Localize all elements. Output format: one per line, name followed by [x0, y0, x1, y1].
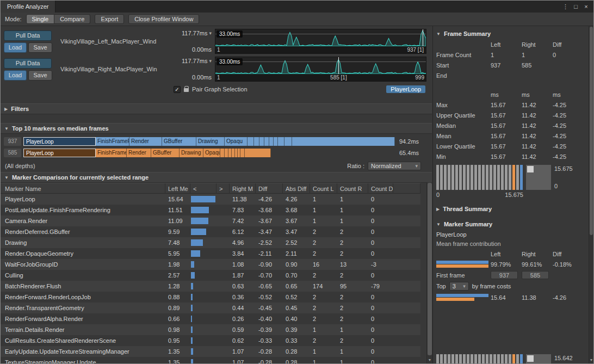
histogram-bar[interactable] [482, 354, 485, 363]
histogram-bar[interactable] [501, 165, 504, 190]
histogram-bar[interactable] [520, 354, 523, 363]
top10-section-header[interactable]: ▼ Top 10 markers on median frames [1, 123, 432, 134]
col-diff[interactable]: Diff [553, 41, 585, 48]
histogram-bar[interactable] [505, 354, 508, 363]
marker-segment[interactable]: Render [127, 149, 151, 157]
selected-marker-chip[interactable]: PlayerLoop [386, 85, 425, 93]
histogram-bar[interactable] [490, 165, 492, 190]
tab-profile-analyzer[interactable]: Profile Analyzer [1, 1, 55, 13]
table-row[interactable]: PlayerLoop15.6411.38-4.264.26110 [1, 194, 420, 205]
column-header[interactable]: Count D [368, 183, 393, 194]
histogram-bar[interactable] [436, 165, 439, 190]
histogram-bar[interactable] [478, 165, 481, 190]
histogram-bar[interactable] [451, 354, 454, 363]
table-scrollbar[interactable]: ▼ [426, 182, 432, 363]
load-button[interactable]: Load [4, 42, 27, 53]
marker-segment[interactable] [274, 137, 278, 146]
scroll-down-icon[interactable]: ▼ [427, 357, 432, 363]
histogram-bar[interactable] [448, 165, 450, 190]
histogram-bar[interactable] [474, 165, 477, 190]
histogram-bar[interactable] [486, 354, 488, 363]
histogram-bar[interactable] [501, 354, 504, 363]
table-row[interactable]: RenderForward.RenderLoopJob0.880.36-0.52… [1, 292, 420, 303]
column-header[interactable]: > [216, 183, 230, 194]
histogram-bar[interactable] [490, 354, 492, 363]
histogram-bar[interactable] [482, 165, 485, 190]
histogram-bar[interactable] [471, 354, 473, 363]
table-row[interactable]: Render.OpaqueGeometry5.953.84-2.112.1122… [1, 248, 420, 259]
histogram-bar[interactable] [497, 354, 500, 363]
column-header[interactable]: Diff [256, 183, 283, 194]
frame-index-button[interactable]: 937 [4, 137, 21, 146]
save-button[interactable]: Save [28, 70, 52, 81]
histogram-bar[interactable] [463, 165, 466, 190]
histogram-bar[interactable] [444, 354, 447, 363]
frame-index-button[interactable]: 585 [4, 149, 21, 157]
column-header[interactable]: Count R [337, 183, 368, 194]
marker-segment[interactable]: GBuffer [151, 149, 180, 157]
close-profiler-button[interactable]: Close Profiler Window [128, 14, 199, 24]
thread-summary-header[interactable]: ▶ Thread Summary [436, 203, 585, 214]
close-icon[interactable]: × [581, 3, 591, 10]
table-row[interactable]: RenderDeferred.GBuffer9.596.12-3.473.472… [1, 226, 420, 237]
menu-icon[interactable]: ⋮ [560, 3, 571, 10]
lock-icon[interactable] [184, 88, 189, 92]
mode-compare-button[interactable]: Compare [54, 14, 90, 24]
histogram-bar[interactable] [474, 354, 477, 363]
marker-segment[interactable]: PlayerLoop [23, 149, 96, 157]
histogram-bar[interactable] [516, 354, 519, 363]
first-frame-left-button[interactable]: 937 [491, 271, 518, 279]
histogram-bar[interactable] [448, 354, 450, 363]
marker-segment[interactable] [278, 137, 284, 146]
table-row[interactable]: Terrain.Details.Render0.980.59-0.390.391… [1, 324, 420, 335]
column-header[interactable]: Abs Diff [283, 183, 310, 194]
maximize-icon[interactable]: □ [571, 3, 581, 10]
table-row[interactable]: Render.TransparentGeometry0.890.44-0.450… [1, 303, 420, 313]
histogram-bar[interactable] [493, 165, 496, 190]
histogram-bar[interactable] [486, 165, 488, 190]
marker-segment[interactable] [240, 149, 245, 157]
range-max-dropdown[interactable]: 117.77ms▾ [182, 58, 212, 64]
export-button[interactable]: Export [95, 14, 124, 24]
histogram-bar[interactable] [459, 354, 462, 363]
histogram-bar[interactable] [455, 165, 458, 190]
top-n-dropdown[interactable]: 3 ▾ [449, 282, 469, 291]
marker-segment[interactable] [284, 137, 292, 146]
load-button[interactable]: Load [4, 70, 27, 81]
marker-segment[interactable] [220, 149, 225, 157]
histogram-bar[interactable] [497, 165, 500, 190]
first-frame-right-button[interactable]: 585 [522, 271, 549, 279]
table-row[interactable]: Drawing7.484.96-2.522.52220 [1, 237, 420, 248]
scroll-down-icon[interactable]: ▼ [589, 357, 593, 363]
histogram-bar[interactable] [451, 165, 454, 190]
histogram-bar[interactable] [493, 354, 496, 363]
table-row[interactable]: Camera.Render11.097.42-3.673.67110 [1, 215, 420, 226]
histogram-bar[interactable] [520, 165, 523, 190]
histogram-bar[interactable] [512, 354, 515, 363]
mode-single-button[interactable]: Single [26, 14, 55, 24]
marker-segment[interactable]: GBuffer [162, 137, 196, 146]
table-row[interactable]: CullResults.CreateSharedRendererScene0.9… [1, 335, 420, 346]
marker-segment[interactable]: Render [129, 137, 162, 146]
histogram-bar[interactable] [471, 165, 473, 190]
table-row[interactable]: RenderForwardAlpha.Render0.660.26-0.400.… [1, 313, 420, 324]
histogram-bar[interactable] [509, 354, 511, 363]
histogram-bar[interactable] [467, 354, 469, 363]
histogram-bar[interactable] [512, 165, 515, 190]
col-right[interactable]: Right [522, 41, 553, 48]
marker-segment[interactable] [254, 137, 259, 146]
column-header[interactable]: Count L [310, 183, 337, 194]
histogram-bar[interactable] [440, 354, 443, 363]
frame-summary-header[interactable]: ▼ Frame Summary [436, 28, 585, 39]
scrollbar-thumb[interactable] [590, 27, 593, 235]
marker-segment[interactable]: FinishFrameR [96, 137, 129, 146]
marker-segment[interactable]: Drawing [180, 149, 203, 157]
marker-segment[interactable] [292, 137, 395, 146]
marker-segment[interactable]: FinishFrameR [96, 149, 127, 157]
marker-segment[interactable] [247, 137, 254, 146]
panel-scrollbar[interactable]: ▼ [589, 26, 593, 363]
column-header[interactable]: < [190, 183, 216, 194]
pull-data-button[interactable]: Pull Data [4, 58, 52, 69]
marker-segment[interactable] [264, 137, 269, 146]
column-header[interactable]: Marker Name [1, 183, 165, 194]
